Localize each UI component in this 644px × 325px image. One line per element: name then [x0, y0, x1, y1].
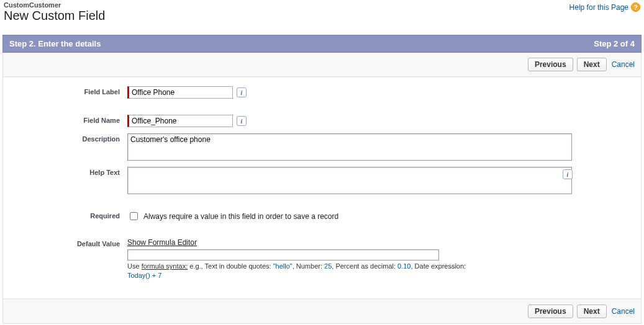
description-label: Description [9, 133, 127, 143]
button-bar-bottom: Previous Next Cancel [3, 299, 641, 323]
help-for-page-link[interactable]: Help for this Page [569, 3, 628, 12]
field-label-input[interactable] [127, 86, 233, 99]
info-icon[interactable]: i [563, 169, 573, 179]
required-checkbox[interactable] [130, 212, 138, 220]
required-label: Required [9, 210, 127, 220]
form-body: Field Label i Field Name i Description H… [3, 77, 641, 299]
info-icon[interactable]: i [237, 87, 247, 97]
help-text-input[interactable] [127, 167, 572, 194]
next-button[interactable]: Next [577, 58, 607, 71]
field-name-input[interactable] [127, 115, 233, 127]
field-label-label: Field Label [9, 86, 127, 96]
previous-button[interactable]: Previous [528, 58, 573, 71]
description-input[interactable] [127, 133, 572, 161]
step-title: Step 2. Enter the details [9, 39, 101, 48]
step-progress: Step 2 of 4 [594, 39, 635, 48]
info-icon[interactable]: i [237, 116, 247, 126]
required-text: Always require a value in this field in … [143, 212, 338, 221]
next-button[interactable]: Next [577, 305, 607, 318]
default-value-input[interactable] [127, 249, 439, 260]
button-bar-top: Previous Next Cancel [3, 53, 641, 77]
help-icon[interactable]: ? [631, 2, 640, 12]
page-title: New Custom Field [4, 9, 105, 22]
field-name-label: Field Name [9, 115, 127, 124]
cancel-link[interactable]: Cancel [612, 307, 635, 316]
context-label: CustomCustomer [4, 1, 105, 9]
default-value-label: Default Value [9, 238, 127, 247]
step-bar: Step 2. Enter the details Step 2 of 4 [2, 35, 642, 53]
previous-button[interactable]: Previous [528, 305, 573, 318]
formula-syntax-hint: Use formula syntax: e.g., Text in double… [127, 262, 562, 281]
show-formula-editor-link[interactable]: Show Formula Editor [127, 238, 635, 247]
help-text-label: Help Text [9, 167, 127, 176]
cancel-link[interactable]: Cancel [612, 60, 635, 69]
